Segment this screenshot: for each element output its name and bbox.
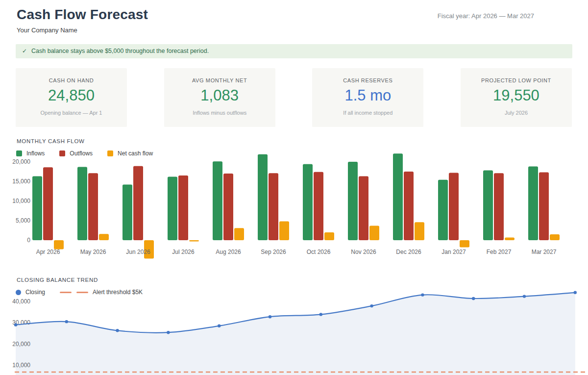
card-caption: If all income stopped xyxy=(312,110,423,116)
svg-text:10,000: 10,000 xyxy=(12,198,30,204)
svg-text:Aug 2026: Aug 2026 xyxy=(216,249,241,255)
fiscal-year-label: Fiscal year: Apr 2026 — Mar 2027 xyxy=(438,12,534,20)
card-caption: July 2026 xyxy=(461,110,572,116)
closing-point-apr-2026 xyxy=(14,323,17,326)
legend-swatch-net-cash-flow-icon xyxy=(107,150,113,156)
legend-item-outflows: Outflows xyxy=(59,150,93,157)
bar-net-cash-flow-apr-2026 xyxy=(54,240,64,249)
svg-text:20,000: 20,000 xyxy=(12,341,30,348)
legend-label: Net cash flow xyxy=(118,150,153,157)
bar-chart-title: MONTHLY CASH FLOW xyxy=(17,138,85,144)
bar-inflows-jan-2027 xyxy=(438,180,448,240)
legend-threshold-dash-icon xyxy=(60,292,88,293)
bar-net-cash-flow-may-2026 xyxy=(99,234,109,240)
legend-item-closing: Closing xyxy=(16,289,45,296)
legend-swatch-inflows-icon xyxy=(16,150,22,156)
bar-net-cash-flow-jun-2026 xyxy=(144,240,154,259)
card-value: 24,850 xyxy=(16,87,127,104)
bar-outflows-nov-2026 xyxy=(359,176,368,240)
closing-point-feb-2027 xyxy=(523,295,526,298)
card-value: 19,550 xyxy=(461,87,572,104)
legend-label: Outflows xyxy=(70,150,93,157)
svg-text:Apr 2026: Apr 2026 xyxy=(36,249,60,255)
bar-outflows-jun-2026 xyxy=(133,166,143,240)
bar-inflows-mar-2027 xyxy=(528,167,538,240)
card-label: CASH ON HAND xyxy=(16,77,127,83)
legend-closing-dot-icon xyxy=(16,290,21,295)
company-name: Your Company Name xyxy=(17,26,77,34)
closing-point-dec-2026 xyxy=(421,293,424,296)
bar-outflows-may-2026 xyxy=(88,173,98,240)
card-value: 1.5 mo xyxy=(312,87,423,104)
cash-flow-dashboard: Cash Flow Forecast Your Company Name Fis… xyxy=(0,0,588,375)
legend-label: Closing xyxy=(25,289,45,296)
bar-outflows-mar-2027 xyxy=(539,173,549,240)
card-projected-low-point: PROJECTED LOW POINT 19,550 July 2026 xyxy=(461,68,572,127)
page-title: Cash Flow Forecast xyxy=(17,7,148,23)
bar-outflows-jan-2027 xyxy=(449,173,459,240)
bar-inflows-jul-2026 xyxy=(168,176,177,240)
svg-text:Nov 2026: Nov 2026 xyxy=(351,249,376,255)
card-cash-on-hand: CASH ON HAND 24,850 Opening balance — Ap… xyxy=(16,68,127,127)
svg-text:May 2026: May 2026 xyxy=(80,249,106,255)
bar-outflows-oct-2026 xyxy=(314,172,323,240)
bar-inflows-nov-2026 xyxy=(348,162,358,240)
closing-point-oct-2026 xyxy=(319,313,322,316)
bar-net-cash-flow-nov-2026 xyxy=(369,225,379,240)
bar-net-cash-flow-mar-2027 xyxy=(550,234,560,240)
closing-area-fill xyxy=(16,293,575,375)
svg-text:Dec 2026: Dec 2026 xyxy=(396,249,421,255)
closing-point-aug-2026 xyxy=(218,325,220,327)
legend-item-inflows: Inflows xyxy=(16,150,45,157)
check-icon: ✓ xyxy=(22,48,27,54)
bar-inflows-may-2026 xyxy=(77,167,87,240)
svg-text:Sep 2026: Sep 2026 xyxy=(261,249,286,255)
closing-point-mar-2027 xyxy=(574,291,577,294)
bar-inflows-sep-2026 xyxy=(258,154,268,240)
svg-text:10,000: 10,000 xyxy=(12,362,30,369)
bar-net-cash-flow-dec-2026 xyxy=(415,222,424,240)
bar-net-cash-flow-sep-2026 xyxy=(279,222,289,240)
line-chart-title: CLOSING BALANCE TREND xyxy=(17,277,98,283)
closing-point-jan-2027 xyxy=(472,297,475,300)
bar-inflows-dec-2026 xyxy=(393,153,403,240)
legend-label: Inflows xyxy=(26,150,45,157)
svg-text:15,000: 15,000 xyxy=(12,178,30,185)
card-label: AVG MONTHLY NET xyxy=(164,77,275,83)
svg-text:20,000: 20,000 xyxy=(12,158,30,165)
card-caption: Opening balance — Apr 1 xyxy=(16,110,127,116)
bar-inflows-jun-2026 xyxy=(122,184,132,240)
svg-text:0: 0 xyxy=(27,237,30,244)
closing-point-may-2026 xyxy=(65,320,68,323)
bar-outflows-feb-2027 xyxy=(494,173,504,240)
legend-label: Alert threshold $5K xyxy=(93,289,143,296)
bar-net-cash-flow-oct-2026 xyxy=(324,232,334,240)
svg-text:Mar 2027: Mar 2027 xyxy=(532,249,557,255)
svg-text:Jul 2026: Jul 2026 xyxy=(172,249,195,255)
card-label: CASH RESERVES xyxy=(312,77,423,83)
banner-text: Cash balance stays above $5,000 througho… xyxy=(31,48,209,54)
bar-inflows-aug-2026 xyxy=(213,161,222,240)
svg-text:Feb 2027: Feb 2027 xyxy=(487,249,512,255)
stat-cards: CASH ON HAND 24,850 Opening balance — Ap… xyxy=(16,68,572,127)
legend-swatch-outflows-icon xyxy=(59,150,65,156)
bar-outflows-dec-2026 xyxy=(404,172,414,240)
card-caption: Inflows minus outflows xyxy=(164,110,275,116)
svg-text:Jun 2026: Jun 2026 xyxy=(126,249,150,255)
bar-outflows-sep-2026 xyxy=(269,173,278,240)
svg-text:5,000: 5,000 xyxy=(16,217,30,224)
card-avg-monthly-net: AVG MONTHLY NET 1,083 Inflows minus outf… xyxy=(164,68,275,127)
closing-point-jun-2026 xyxy=(116,329,119,332)
line-chart-legend: ClosingAlert threshold $5K xyxy=(16,289,143,296)
svg-text:Jan 2027: Jan 2027 xyxy=(441,249,466,255)
bar-net-cash-flow-feb-2027 xyxy=(505,237,514,240)
bar-net-cash-flow-jul-2026 xyxy=(189,240,199,241)
card-label: PROJECTED LOW POINT xyxy=(461,77,572,83)
svg-text:40,000: 40,000 xyxy=(12,298,30,305)
legend-item-net-cash-flow: Net cash flow xyxy=(107,150,153,157)
bar-net-cash-flow-aug-2026 xyxy=(234,228,244,240)
closing-point-nov-2026 xyxy=(370,304,373,307)
status-banner: ✓Cash balance stays above $5,000 through… xyxy=(16,44,572,58)
bar-outflows-jul-2026 xyxy=(178,175,188,240)
legend-item-alert-threshold-5k: Alert threshold $5K xyxy=(60,289,143,296)
